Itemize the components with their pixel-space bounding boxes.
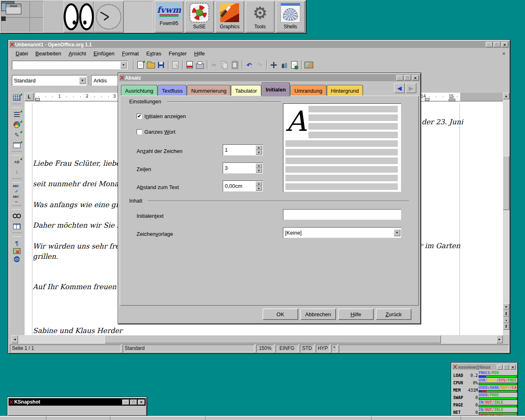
menu-item[interactable]: Extras bbox=[142, 50, 165, 57]
previous-page-icon[interactable]: ▲▲ bbox=[503, 310, 509, 317]
dock-button-suse[interactable]: SuSE bbox=[185, 1, 214, 32]
data-sources-icon[interactable] bbox=[11, 221, 23, 231]
dialog-tab[interactable]: Hintergrund bbox=[327, 85, 363, 96]
menu-item[interactable]: Bearbeiten bbox=[32, 50, 65, 57]
right-margin-marker[interactable] bbox=[449, 96, 455, 101]
spin-down-icon[interactable]: ▼ bbox=[256, 168, 262, 173]
menu-item[interactable]: Ansicht bbox=[65, 50, 90, 57]
spin-up-icon[interactable]: ▲ bbox=[256, 181, 262, 186]
indent-marker[interactable] bbox=[35, 98, 40, 101]
spin-up-icon[interactable]: ▲ bbox=[256, 145, 262, 150]
status-insert-mode[interactable]: EINFG bbox=[276, 345, 298, 352]
maximize-button[interactable]: □ bbox=[493, 42, 500, 47]
chevron-down-icon[interactable]: ▼ bbox=[79, 77, 86, 84]
auto-spellcheck-icon[interactable] bbox=[11, 194, 23, 204]
autotext-icon[interactable] bbox=[11, 157, 23, 167]
scroll-left-icon[interactable]: ◄ bbox=[11, 335, 18, 343]
close-button[interactable]: × bbox=[412, 75, 419, 80]
menu-item[interactable]: Datei bbox=[12, 50, 32, 57]
dialog-tab[interactable]: Umrandung bbox=[290, 85, 326, 96]
horizontal-scrollbar[interactable]: ◄ ► bbox=[11, 335, 503, 343]
dialog-button[interactable]: Hilfe bbox=[338, 308, 374, 320]
taskbar-strip[interactable] bbox=[0, 416, 525, 420]
dialog-tab[interactable]: Nummerierung bbox=[187, 85, 231, 96]
form-functions-icon[interactable] bbox=[11, 140, 23, 150]
paragraph-style-combobox[interactable]: ▼ bbox=[12, 75, 87, 86]
new-document-icon[interactable] bbox=[136, 59, 145, 70]
undo-icon[interactable]: ↶ bbox=[244, 59, 254, 70]
close-button[interactable]: × bbox=[138, 399, 145, 405]
find-replace-icon[interactable] bbox=[11, 211, 23, 221]
menu-item[interactable]: Einfügen bbox=[90, 50, 118, 57]
dialog-tab[interactable]: Initialen bbox=[262, 82, 290, 96]
status-hyperlink-mode[interactable]: HYP bbox=[316, 345, 330, 352]
fvwm-pager[interactable]: Absat bbox=[1, 1, 43, 32]
pager-window-absatz[interactable]: Absat bbox=[6, 4, 21, 14]
status-style[interactable]: Standard bbox=[123, 345, 254, 352]
stylist-icon[interactable] bbox=[279, 59, 289, 70]
dock-button-fvwm95[interactable]: fvwm Fvwm95 bbox=[155, 1, 183, 32]
dialog-tab[interactable]: Textfluss bbox=[158, 85, 187, 96]
navigation-dot-icon[interactable]: ● bbox=[503, 317, 509, 323]
back-arrow-icon[interactable]: ◀ bbox=[394, 83, 405, 93]
dialog-button[interactable]: OK bbox=[262, 308, 298, 320]
paragraph-style-input[interactable] bbox=[12, 77, 78, 84]
menu-item[interactable]: Format bbox=[118, 50, 142, 57]
dock-button-shells[interactable]: Shells bbox=[276, 1, 305, 32]
line-count-input[interactable] bbox=[223, 162, 255, 173]
status-page[interactable]: Seite 1 / 1 bbox=[10, 345, 121, 352]
online-layout-icon[interactable] bbox=[11, 254, 23, 264]
open-document-icon[interactable] bbox=[146, 59, 155, 70]
scroll-down-icon[interactable]: ▼ bbox=[503, 304, 509, 310]
menu-item[interactable]: Hilfe bbox=[190, 50, 208, 57]
char-count-input[interactable] bbox=[223, 144, 255, 155]
ksnapshot-titlebar[interactable]: X KSnapshot _ □ × bbox=[9, 398, 146, 406]
chevron-down-icon[interactable]: ▼ bbox=[394, 229, 400, 236]
distance-spinner[interactable]: ▲ ▼ bbox=[223, 180, 263, 192]
show-dropcaps-checkbox[interactable]: ✔ bbox=[137, 114, 142, 119]
minimize-button[interactable]: _ bbox=[122, 399, 129, 405]
vertical-scrollbar[interactable]: ▲ ▼ ▲▲ ● ▼▼ bbox=[503, 93, 509, 335]
maximize-button[interactable]: □ bbox=[503, 365, 509, 370]
images-on-off-icon[interactable] bbox=[13, 248, 21, 254]
xosview-titlebar[interactable]: X xosview@linux _ □ × bbox=[452, 364, 516, 370]
next-page-icon[interactable]: ▼▼ bbox=[503, 323, 509, 330]
dialog-button[interactable]: Abbrechen bbox=[300, 308, 336, 320]
line-count-spinner[interactable]: ▲ ▼ bbox=[223, 162, 263, 173]
spin-up-icon[interactable]: ▲ bbox=[256, 163, 262, 168]
save-document-icon[interactable] bbox=[156, 59, 166, 70]
dropcap-text-input[interactable] bbox=[283, 209, 401, 220]
dialog-titlebar[interactable]: X Absatz _ □ × bbox=[119, 74, 420, 81]
dialog-tab[interactable]: Ausrichtung bbox=[121, 85, 158, 96]
gallery-icon[interactable] bbox=[304, 59, 313, 70]
menu-item[interactable]: Fenster bbox=[165, 50, 190, 57]
minimize-button[interactable]: _ bbox=[486, 42, 493, 47]
status-selection-mode[interactable]: STD bbox=[300, 345, 314, 352]
minimize-button[interactable]: _ bbox=[396, 75, 403, 80]
url-input[interactable] bbox=[12, 62, 119, 68]
dialog-button[interactable]: Zurück bbox=[376, 308, 411, 320]
vertical-scrollbar-thumb[interactable] bbox=[503, 156, 509, 210]
char-count-spinner[interactable]: ▲ ▼ bbox=[223, 144, 263, 155]
dialog-tab[interactable]: Tabulator bbox=[231, 85, 261, 96]
nonprinting-characters-icon[interactable] bbox=[11, 238, 23, 248]
dock-button-tools[interactable]: ⚙ Tools bbox=[246, 1, 274, 32]
load-url-combobox[interactable]: ▼ bbox=[12, 61, 128, 69]
spin-down-icon[interactable]: ▼ bbox=[256, 186, 262, 191]
spellcheck-icon[interactable] bbox=[11, 184, 23, 194]
hyperlink-icon[interactable] bbox=[290, 59, 299, 70]
insert-objects-icon[interactable] bbox=[11, 119, 23, 130]
close-button[interactable]: × bbox=[501, 42, 508, 47]
navigator-icon[interactable] bbox=[269, 59, 278, 70]
scroll-right-icon[interactable]: ► bbox=[496, 335, 503, 343]
status-zoom[interactable]: 150% bbox=[256, 345, 274, 352]
dock-button-graphics[interactable]: Graphics bbox=[215, 1, 244, 32]
tab-stop-selector[interactable]: L bbox=[25, 93, 34, 101]
indent-marker[interactable] bbox=[425, 98, 429, 101]
spin-down-icon[interactable]: ▼ bbox=[256, 150, 262, 155]
draw-functions-icon[interactable] bbox=[11, 130, 23, 140]
chevron-down-icon[interactable]: ▼ bbox=[120, 62, 127, 68]
scroll-up-icon[interactable]: ▲ bbox=[503, 93, 509, 99]
dropcap-text-field[interactable] bbox=[283, 209, 401, 220]
maximize-button[interactable]: □ bbox=[404, 75, 411, 80]
